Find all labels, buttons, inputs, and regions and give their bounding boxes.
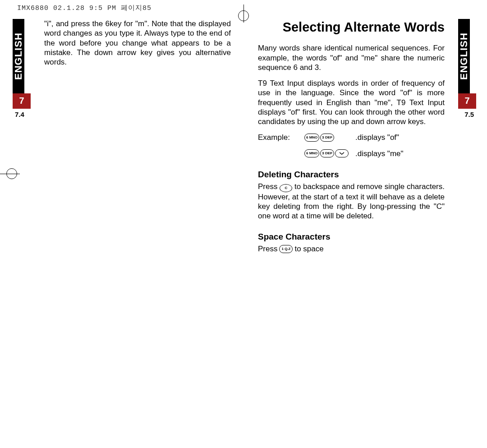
- right-paragraph-1: Many words share identical numerical seq…: [258, 43, 445, 72]
- example2-keys: 6 MNO 3 DEF: [304, 149, 352, 157]
- down-arrow-key-icon: [335, 149, 349, 157]
- deleting-paragraph: Press C to backspace and remove single c…: [258, 182, 445, 221]
- content-columns: "i", and press the 6key for "m". Note th…: [44, 19, 445, 254]
- left-paragraph-1: "i", and press the 6key for "m". Note th…: [44, 19, 231, 67]
- left-lang-tab: ENGLISH: [13, 19, 24, 93]
- right-section-tab: 7.5: [458, 109, 476, 119]
- example2-result: .displays "me": [355, 149, 404, 158]
- example-row-1: Example: 6 MNO 3 DEF .displays "of": [258, 133, 445, 142]
- right-paragraph-2: T9 Text Input displays words in order of…: [258, 79, 445, 126]
- space-text-a: Press: [258, 244, 277, 254]
- space-heading: Space Characters: [258, 231, 445, 242]
- deleting-heading: Deleting Characters: [258, 169, 445, 180]
- c-key-icon: C: [280, 184, 292, 192]
- left-chapter-tab: 7: [13, 93, 31, 109]
- example1-keys: 6 MNO 3 DEF: [304, 134, 352, 142]
- example1-result: .displays "of": [355, 133, 399, 142]
- section-title: Selecting Alternate Words: [258, 19, 445, 35]
- right-column: Selecting Alternate Words Many words sha…: [258, 19, 445, 254]
- right-lang-tab: ENGLISH: [458, 19, 470, 93]
- left-column: "i", and press the 6key for "m". Note th…: [44, 19, 231, 254]
- key-3-icon: 3 DEF: [320, 149, 334, 157]
- left-section-tab: 7.4: [13, 109, 31, 119]
- page-spread: ENGLISH 7 7.4 ENGLISH 7 7.5 "i", and pre…: [13, 19, 476, 443]
- key-1-icon: 1 Q.Z: [279, 245, 293, 253]
- space-paragraph: Press 1 Q.Z to space: [258, 244, 445, 254]
- example-label: Example:: [258, 133, 301, 142]
- right-side-tab: ENGLISH 7 7.5: [458, 19, 476, 119]
- space-text-b: to space: [294, 244, 323, 254]
- key-6-icon: 6 MNO: [304, 149, 319, 157]
- scan-header: IMX6880 02.1.28 9:5 PM 페이지85: [17, 4, 152, 12]
- right-chapter-tab: 7: [458, 93, 476, 109]
- left-side-tab: ENGLISH 7 7.4: [13, 19, 31, 119]
- example-row-2: 6 MNO 3 DEF .displays "me": [258, 149, 445, 158]
- key-6-icon: 6 MNO: [304, 134, 319, 142]
- delete-text-a: Press: [258, 182, 277, 191]
- key-3-icon: 3 DEF: [320, 134, 334, 142]
